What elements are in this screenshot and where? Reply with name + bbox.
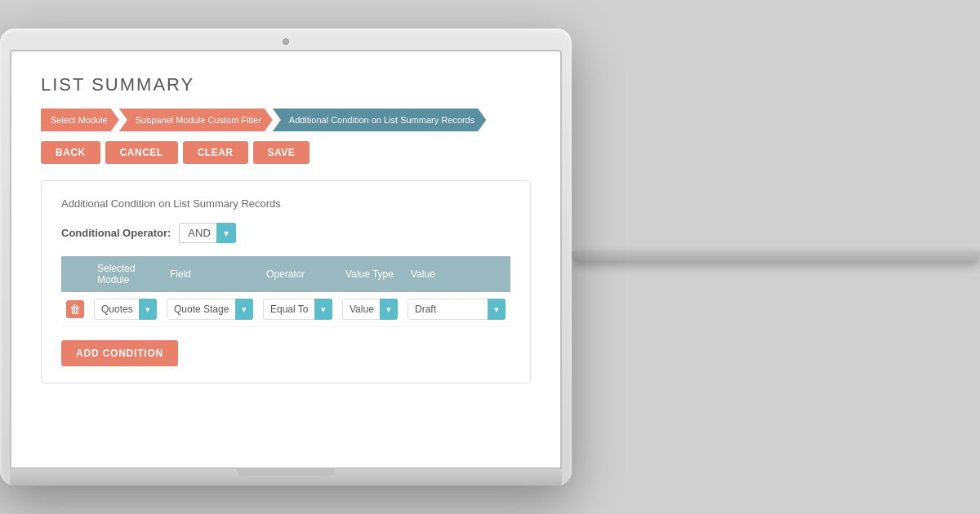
laptop-shell: LIST SUMMARY Select Module Subpanel Modu… (0, 29, 572, 485)
operator-row: Conditional Operator: AND OR (61, 223, 510, 243)
value-select-wrapper: Draft (408, 299, 506, 320)
module-select-wrapper: Quotes (94, 299, 157, 320)
th-value: Value (403, 256, 510, 292)
module-select[interactable]: Quotes (94, 299, 157, 320)
laptop-base (10, 469, 562, 485)
breadcrumb-step-2[interactable]: Subpanel Module Custom Filter (119, 109, 273, 131)
breadcrumb: Select Module Subpanel Module Custom Fil… (41, 109, 531, 131)
add-condition-button[interactable]: ADD CONDITION (61, 340, 178, 366)
value-type-select[interactable]: Value (342, 299, 398, 320)
clear-button[interactable]: CLEAR (183, 141, 248, 164)
table-header: Selected Module Field Operator Value Typ… (61, 256, 510, 292)
delete-cell: 🗑 (61, 292, 89, 327)
table-row: 🗑 Quotes (61, 292, 510, 327)
conditions-table: Selected Module Field Operator Value Typ… (61, 256, 510, 327)
table-body: 🗑 Quotes (61, 292, 510, 327)
value-cell: Draft (403, 292, 510, 327)
breadcrumb-step-3[interactable]: Additional Condition on List Summary Rec… (273, 109, 486, 131)
operator-select[interactable]: AND OR (179, 223, 236, 243)
row-operator-select-wrapper: Equal To (263, 299, 332, 320)
laptop-foot (572, 251, 980, 263)
field-cell: Quote Stage (162, 292, 258, 327)
save-button[interactable]: SAVE (253, 141, 310, 164)
breadcrumb-step-1[interactable]: Select Module (41, 109, 119, 131)
operator-cell: Equal To (258, 292, 337, 327)
action-buttons: BACK CANCEL CLEAR SAVE (41, 141, 531, 164)
value-type-cell: Value (337, 292, 403, 327)
value-type-select-wrapper: Value (342, 299, 398, 320)
operator-label: Conditional Operator: (61, 227, 171, 239)
th-delete (61, 256, 89, 292)
row-operator-select[interactable]: Equal To (263, 299, 332, 320)
back-button[interactable]: BACK (41, 141, 100, 164)
field-select-wrapper: Quote Stage (167, 299, 253, 320)
laptop-screen: LIST SUMMARY Select Module Subpanel Modu… (10, 50, 562, 469)
main-card: Additional Condition on List Summary Rec… (41, 180, 531, 383)
page-title: LIST SUMMARY (41, 74, 531, 95)
th-field: Field (162, 256, 258, 292)
th-value-type: Value Type (337, 256, 403, 292)
operator-select-wrapper: AND OR (179, 223, 236, 243)
module-cell: Quotes (89, 292, 162, 327)
camera (283, 38, 289, 45)
card-title: Additional Condition on List Summary Rec… (61, 197, 510, 210)
th-operator: Operator (258, 256, 337, 292)
delete-row-button[interactable]: 🗑 (66, 300, 84, 318)
value-select[interactable]: Draft (408, 299, 506, 320)
screen-content: LIST SUMMARY Select Module Subpanel Modu… (11, 51, 560, 467)
th-module: Selected Module (89, 256, 162, 292)
trash-icon: 🗑 (69, 304, 81, 315)
field-select[interactable]: Quote Stage (167, 299, 253, 320)
camera-bar (10, 38, 562, 45)
cancel-button[interactable]: CANCEL (105, 141, 178, 164)
